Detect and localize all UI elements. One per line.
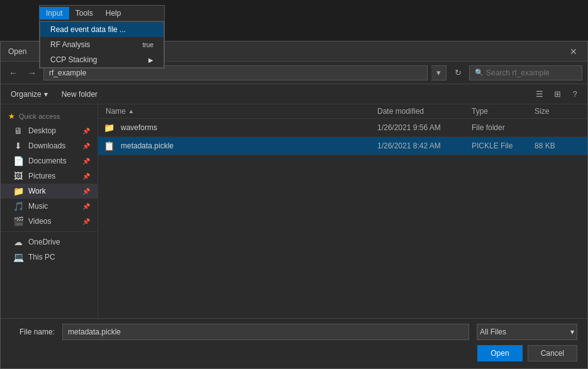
onedrive-icon: ☁ xyxy=(13,237,23,247)
filename-row: File name: All Files ▾ xyxy=(11,324,577,340)
col-header-size[interactable]: Size xyxy=(532,107,582,116)
work-icon: 📁 xyxy=(13,186,23,196)
pin-icon-doc: 📌 xyxy=(82,158,90,165)
address-dropdown[interactable]: ▾ xyxy=(431,65,447,80)
pin-icon: 📌 xyxy=(82,128,90,135)
pin-icon-work: 📌 xyxy=(82,188,90,195)
view-toggle-details[interactable]: ⊞ xyxy=(550,87,565,102)
sidebar-item-music[interactable]: 🎵 Music 📌 xyxy=(1,199,97,214)
file-name-metadata: metadata.pickle xyxy=(118,141,375,150)
file-list-header: Name ▲ Date modified Type Size xyxy=(98,104,587,119)
help-button[interactable]: ? xyxy=(567,87,582,102)
file-name-waveforms: waveforms xyxy=(118,123,375,132)
search-input[interactable] xyxy=(486,69,577,77)
dropdown-list: Read event data file ... RF Analysis tru… xyxy=(40,21,164,68)
submenu-arrow: true xyxy=(143,41,153,48)
forward-button[interactable]: → xyxy=(25,65,40,80)
file-row-metadata[interactable]: 📋 metadata.pickle 1/26/2021 8:42 AM PICK… xyxy=(98,137,587,155)
menu-bar: Input Tools Help xyxy=(40,6,164,21)
videos-icon: 🎬 xyxy=(13,216,23,226)
menu-input[interactable]: Input xyxy=(40,7,69,19)
menu-ccp-stacking[interactable]: CCP Stacking ▶ xyxy=(40,52,164,67)
buttons-row: Open Cancel xyxy=(11,345,577,361)
toolbar-right: ☰ ⊞ ? xyxy=(532,87,582,102)
dialog-close-button[interactable]: ✕ xyxy=(567,45,580,58)
sidebar-item-onedrive[interactable]: ☁ OneDrive xyxy=(1,234,97,250)
pin-icon-dl: 📌 xyxy=(82,143,90,150)
pin-icon-music: 📌 xyxy=(82,203,90,210)
file-date-metadata: 1/26/2021 8:42 AM xyxy=(375,141,469,150)
file-size-metadata: 88 KB xyxy=(532,141,582,150)
sidebar-item-videos[interactable]: 🎬 Videos 📌 xyxy=(1,214,97,229)
sidebar-item-downloads[interactable]: ⬇ Downloads 📌 xyxy=(1,138,97,153)
this-pc-icon: 💻 xyxy=(13,252,23,262)
toolbar: Organize ▾ New folder ☰ ⊞ ? xyxy=(1,84,587,104)
file-icon-metadata: 📋 xyxy=(103,140,114,151)
sidebar-item-desktop[interactable]: 🖥 Desktop 📌 xyxy=(1,123,97,138)
col-header-type[interactable]: Type xyxy=(469,107,532,116)
view-toggle-list[interactable]: ☰ xyxy=(532,87,547,102)
file-type-metadata: PICKLE File xyxy=(469,141,532,150)
folder-icon-waveforms: 📁 xyxy=(103,122,114,133)
filename-label: File name: xyxy=(11,328,55,336)
pin-icon-videos: 📌 xyxy=(82,218,90,225)
music-icon: 🎵 xyxy=(13,201,23,211)
file-dialog: Open ✕ ← → rf_example ▾ ↻ 🔍 Organize ▾ N… xyxy=(0,41,588,369)
file-date-waveforms: 1/26/2021 9:56 AM xyxy=(375,123,469,132)
sidebar-item-pictures[interactable]: 🖼 Pictures 📌 xyxy=(1,168,97,184)
sidebar: ★ Quick access 🖥 Desktop 📌 ⬇ Downloads 📌… xyxy=(1,104,98,318)
bottom-bar: File name: All Files ▾ Open Cancel xyxy=(1,318,587,368)
col-header-name[interactable]: Name ▲ xyxy=(103,107,375,116)
open-button[interactable]: Open xyxy=(477,345,522,361)
star-icon: ★ xyxy=(8,112,15,121)
quick-access-header[interactable]: ★ Quick access xyxy=(1,109,97,123)
cancel-button[interactable]: Cancel xyxy=(528,345,577,361)
desktop-icon: 🖥 xyxy=(13,126,23,136)
col-header-date[interactable]: Date modified xyxy=(375,107,469,116)
pin-icon-pic: 📌 xyxy=(82,173,90,180)
menu-read-event[interactable]: Read event data file ... xyxy=(40,22,164,37)
downloads-icon: ⬇ xyxy=(13,141,23,151)
dropdown-menu: Input Tools Help Read event data file ..… xyxy=(39,5,165,69)
filename-input[interactable] xyxy=(62,324,469,340)
pictures-icon: 🖼 xyxy=(13,171,23,181)
sidebar-divider xyxy=(1,231,97,232)
dialog-title: Open xyxy=(8,47,26,56)
refresh-button[interactable]: ↻ xyxy=(450,65,465,80)
sidebar-item-work[interactable]: 📁 Work 📌 xyxy=(1,184,97,199)
new-folder-button[interactable]: New folder xyxy=(57,88,103,101)
sidebar-item-this-pc[interactable]: 💻 This PC xyxy=(1,250,97,265)
sort-arrow: ▲ xyxy=(128,108,134,114)
menu-rf-analysis[interactable]: RF Analysis true xyxy=(40,37,164,52)
menu-tools[interactable]: Tools xyxy=(69,7,99,19)
menu-help[interactable]: Help xyxy=(99,7,128,19)
file-type-waveforms: File folder xyxy=(469,123,532,132)
file-list: Name ▲ Date modified Type Size 📁 wavefor… xyxy=(98,104,587,318)
back-button[interactable]: ← xyxy=(6,65,21,80)
file-row-waveforms[interactable]: 📁 waveforms 1/26/2021 9:56 AM File folde… xyxy=(98,119,587,137)
quick-access-section: ★ Quick access 🖥 Desktop 📌 ⬇ Downloads 📌… xyxy=(1,109,97,229)
search-icon: 🔍 xyxy=(475,69,484,77)
main-area: ★ Quick access 🖥 Desktop 📌 ⬇ Downloads 📌… xyxy=(1,104,587,318)
submenu-arrow-2: ▶ xyxy=(148,57,153,63)
filetype-select[interactable]: All Files ▾ xyxy=(477,324,577,340)
search-box: 🔍 xyxy=(469,65,582,80)
organize-button[interactable]: Organize ▾ xyxy=(6,88,53,101)
sidebar-item-documents[interactable]: 📄 Documents 📌 xyxy=(1,153,97,168)
documents-icon: 📄 xyxy=(13,156,23,166)
